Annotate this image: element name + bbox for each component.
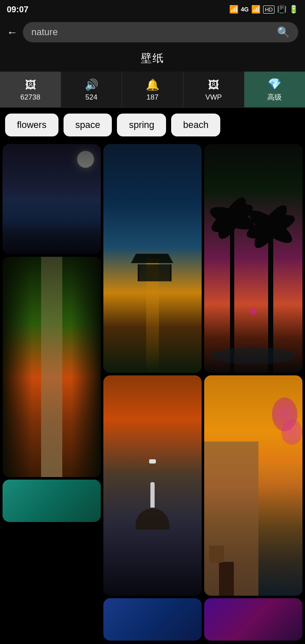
status-bar: 09:07 📶 4G 📶 HD 📳 🔋 <box>0 0 305 19</box>
advanced-tab-label: 高级 <box>267 92 282 102</box>
tab-advanced[interactable]: 💎 高级 <box>244 72 305 107</box>
image-palm-sunset[interactable] <box>204 144 302 373</box>
sound-tab-label: 524 <box>86 93 97 102</box>
advanced-tab-icon: 💎 <box>268 78 281 91</box>
chip-flowers[interactable]: flowers <box>5 114 58 136</box>
notify-tab-label: 187 <box>147 93 158 102</box>
image-col-1 <box>3 144 101 641</box>
wallpaper-tab-label: 62738 <box>20 93 40 102</box>
image-grid <box>0 142 305 641</box>
tab-notify[interactable]: 🔔 187 <box>122 72 183 107</box>
page-title: 壁纸 <box>0 51 305 66</box>
image-night-moon[interactable] <box>3 144 101 254</box>
back-button[interactable]: ← <box>7 26 18 39</box>
wifi-icon: 📶 <box>251 5 261 14</box>
vwp-tab-label: VWP <box>205 93 222 102</box>
signal-strength: 4G <box>241 6 249 13</box>
search-input-box[interactable]: nature 🔍 <box>23 22 298 42</box>
wallpaper-tab-icon: 🖼 <box>25 78 36 92</box>
chip-space[interactable]: space <box>64 114 112 136</box>
filter-chips-bar: flowers space spring beach <box>0 108 305 142</box>
image-lighthouse[interactable] <box>103 375 202 596</box>
image-ocean-sunset[interactable] <box>103 144 202 373</box>
chip-beach[interactable]: beach <box>171 114 220 136</box>
page-title-section: 壁纸 <box>0 47 305 72</box>
vibrate-icon: 📳 <box>277 5 286 14</box>
signal-icon: 📶 <box>229 5 238 14</box>
search-bar-container: ← nature 🔍 <box>0 19 305 47</box>
battery-icon: 🔋 <box>289 5 298 14</box>
tab-bar: 🖼 62738 🔊 524 🔔 187 🖼 VWP 💎 高级 <box>0 72 305 108</box>
image-bottom-blue[interactable] <box>103 598 202 641</box>
image-col-2 <box>103 144 202 641</box>
notify-tab-icon: 🔔 <box>146 78 159 92</box>
image-bottom-teal[interactable] <box>3 480 101 522</box>
image-bottom-purple[interactable] <box>204 598 302 641</box>
search-icon[interactable]: 🔍 <box>277 26 290 38</box>
time-display: 09:07 <box>7 5 28 14</box>
svg-point-8 <box>211 347 296 364</box>
image-coastal-flowers[interactable] <box>204 375 302 596</box>
status-icons: 📶 4G 📶 HD 📳 🔋 <box>229 5 298 14</box>
tab-vwp[interactable]: 🖼 VWP <box>183 72 244 107</box>
image-col-3 <box>204 144 302 641</box>
sound-tab-icon: 🔊 <box>85 78 98 92</box>
image-forest-path[interactable] <box>3 257 101 477</box>
chip-spring[interactable]: spring <box>117 114 166 136</box>
tab-sound[interactable]: 🔊 524 <box>61 72 122 107</box>
tab-wallpaper[interactable]: 🖼 62738 <box>0 72 61 107</box>
hd-icon: HD <box>263 6 274 14</box>
search-input[interactable]: nature <box>31 27 272 38</box>
vwp-tab-icon: 🖼 <box>208 78 219 92</box>
